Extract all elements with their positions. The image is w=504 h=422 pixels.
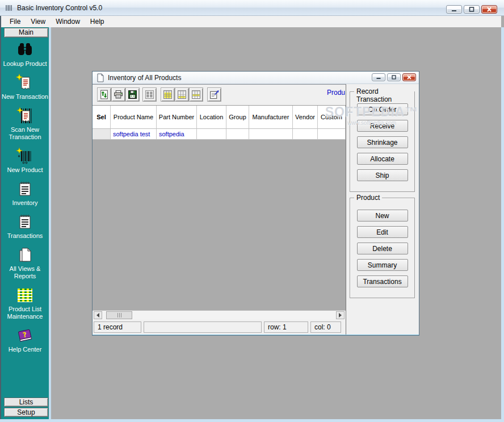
column-header-product-name[interactable]: Product Name bbox=[111, 106, 157, 129]
notepad-icon bbox=[16, 213, 34, 231]
menu-view[interactable]: View bbox=[26, 16, 51, 27]
close-icon bbox=[406, 75, 412, 80]
product-link[interactable]: Produ bbox=[327, 89, 345, 97]
arrow-left-icon bbox=[96, 313, 99, 317]
documents-icon bbox=[16, 246, 34, 264]
sidebar-item-new-transaction[interactable]: New Transaction bbox=[1, 74, 49, 101]
column-header-manufacturer[interactable]: Manufacturer bbox=[249, 106, 293, 129]
edit-product-button[interactable]: Edit bbox=[357, 226, 408, 238]
sidebar-item-label: New Transaction bbox=[1, 93, 49, 101]
striped-list-icon bbox=[16, 286, 34, 304]
close-button[interactable] bbox=[481, 5, 497, 14]
scrollbar-thumb[interactable] bbox=[106, 311, 132, 319]
delete-product-button[interactable]: Delete bbox=[357, 243, 408, 254]
cell-sel[interactable] bbox=[93, 129, 111, 140]
inner-maximize-button[interactable] bbox=[387, 73, 401, 81]
sidebar-item-product-list-maintenance[interactable]: Product List Maintenance bbox=[1, 286, 49, 320]
grid-view-yellow-button[interactable] bbox=[161, 87, 175, 102]
ship-button[interactable]: Ship bbox=[357, 169, 408, 181]
cell-product-name[interactable]: softpedia test bbox=[111, 129, 157, 140]
menu-help[interactable]: Help bbox=[85, 16, 110, 27]
sidebar-item-lookup-product[interactable]: Lookup Product bbox=[1, 41, 49, 68]
scroll-left-button[interactable] bbox=[94, 311, 102, 319]
minimize-icon bbox=[376, 75, 381, 80]
form-edit-button[interactable] bbox=[207, 87, 221, 102]
application-window: Basic Inventory Control v5.0 File View W… bbox=[0, 0, 504, 422]
transactions-button[interactable]: Transactions bbox=[357, 275, 408, 287]
sidebar-item-label: Lookup Product bbox=[1, 60, 49, 68]
grid-yellow-icon bbox=[163, 90, 173, 99]
status-spacer bbox=[144, 321, 262, 333]
new-barcode-icon bbox=[16, 147, 34, 165]
on-order-button[interactable]: On Order bbox=[357, 103, 408, 115]
sidebar-main-button[interactable]: Main bbox=[4, 28, 48, 37]
sidebar-item-scan-new-transaction[interactable]: Scan New Transaction bbox=[1, 107, 49, 141]
grip-icon bbox=[117, 313, 118, 317]
print-icon bbox=[114, 90, 123, 99]
grid-view-cols-button[interactable] bbox=[189, 87, 203, 102]
cell-location[interactable] bbox=[197, 129, 226, 140]
status-row-indicator: row: 1 bbox=[264, 321, 308, 333]
sidebar-item-label: Product List Maintenance bbox=[1, 306, 49, 320]
column-header-vendor[interactable]: Vendor bbox=[293, 106, 318, 129]
status-record-count: 1 record bbox=[94, 321, 141, 333]
maximize-icon bbox=[468, 7, 475, 12]
inner-minimize-button[interactable] bbox=[372, 73, 385, 81]
notepad-icon bbox=[16, 180, 34, 198]
record-transaction-group: Record Transaction On Order Receive Shri… bbox=[350, 91, 415, 192]
menu-window[interactable]: Window bbox=[51, 16, 85, 27]
menubar: File View Window Help bbox=[1, 16, 501, 27]
help-book-icon: ? bbox=[16, 327, 34, 345]
menu-file[interactable]: File bbox=[5, 16, 26, 27]
app-barcode-icon[interactable] bbox=[5, 4, 13, 12]
refresh-button[interactable] bbox=[97, 87, 111, 102]
allocate-button[interactable]: Allocate bbox=[357, 153, 408, 165]
save-button[interactable] bbox=[125, 87, 140, 102]
sidebar-item-inventory[interactable]: Inventory bbox=[1, 180, 49, 207]
grid-view-rows-button[interactable] bbox=[175, 87, 189, 102]
list-view-button[interactable] bbox=[142, 87, 157, 102]
sidebar-item-all-views-reports[interactable]: All Views & Reports bbox=[1, 246, 49, 280]
scroll-right-button[interactable] bbox=[336, 311, 345, 319]
inner-window-title: Inventory of All Products bbox=[108, 74, 181, 82]
cell-manufacturer[interactable] bbox=[249, 129, 293, 140]
grid-cols-icon bbox=[191, 90, 201, 99]
column-header-sel[interactable]: Sel bbox=[93, 106, 111, 129]
table-row[interactable]: softpedia test softpedia bbox=[93, 129, 346, 140]
grid-rows-icon bbox=[177, 90, 187, 99]
column-header-group[interactable]: Group bbox=[226, 106, 249, 129]
window-frame-left bbox=[0, 16, 1, 422]
sidebar-item-label: Inventory bbox=[1, 199, 49, 207]
column-header-location[interactable]: Location bbox=[197, 106, 226, 129]
summary-button[interactable]: Summary bbox=[357, 259, 408, 271]
sidebar-lists-button[interactable]: Lists bbox=[4, 398, 48, 407]
maximize-button[interactable] bbox=[464, 5, 480, 14]
cell-vendor[interactable] bbox=[293, 129, 318, 140]
grid-toolbar: Produ bbox=[93, 85, 346, 105]
product-group-label: Product bbox=[354, 194, 382, 202]
form-edit-icon bbox=[209, 90, 219, 99]
column-header-part-number[interactable]: Part Number bbox=[157, 106, 197, 129]
sidebar-item-help-center[interactable]: ? Help Center bbox=[1, 327, 49, 353]
sidebar-item-label: Scan New Transaction bbox=[1, 126, 49, 141]
window-frame-bottom bbox=[0, 419, 504, 422]
sidebar-item-new-product[interactable]: New Product bbox=[1, 147, 49, 174]
receive-button[interactable]: Receive bbox=[357, 120, 408, 132]
cell-custom[interactable] bbox=[318, 129, 346, 140]
cell-group[interactable] bbox=[226, 129, 249, 140]
minimize-icon bbox=[451, 7, 457, 12]
inventory-window: Inventory of All Products bbox=[92, 71, 419, 336]
cell-part-number[interactable]: softpedia bbox=[157, 129, 197, 140]
sidebar-item-transactions[interactable]: Transactions bbox=[1, 213, 49, 240]
column-header-custom[interactable]: Custom bbox=[318, 106, 346, 129]
sidebar-item-label: Help Center bbox=[1, 346, 49, 353]
print-button[interactable] bbox=[111, 87, 125, 102]
new-product-button[interactable]: New bbox=[357, 210, 408, 222]
sidebar-item-label: All Views & Reports bbox=[1, 265, 49, 280]
minimize-button[interactable] bbox=[446, 5, 462, 14]
list-view-icon bbox=[145, 90, 154, 99]
sidebar-setup-button[interactable]: Setup bbox=[4, 408, 48, 417]
shrinkage-button[interactable]: Shrinkage bbox=[357, 136, 408, 148]
horizontal-scrollbar[interactable] bbox=[93, 310, 346, 320]
inner-close-button[interactable] bbox=[402, 73, 416, 81]
